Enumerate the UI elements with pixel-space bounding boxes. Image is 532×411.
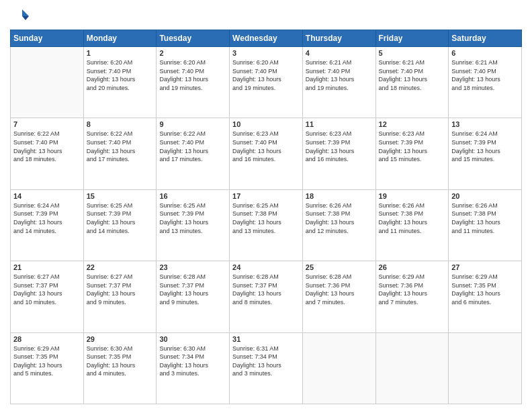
weekday-header-friday: Friday	[375, 30, 449, 47]
day-info: Sunrise: 6:29 AMSunset: 7:36 PMDaylight:…	[379, 273, 446, 306]
day-number: 4	[306, 49, 373, 57]
calendar-cell: 8Sunrise: 6:22 AMSunset: 7:40 PMDaylight…	[83, 118, 157, 189]
weekday-header-saturday: Saturday	[449, 30, 522, 47]
day-number: 10	[232, 120, 300, 128]
weekday-header-tuesday: Tuesday	[157, 30, 230, 47]
day-info: Sunrise: 6:22 AMSunset: 7:40 PMDaylight:…	[13, 130, 81, 163]
weekday-header-row: SundayMondayTuesdayWednesdayThursdayFrid…	[11, 30, 522, 47]
day-info: Sunrise: 6:23 AMSunset: 7:39 PMDaylight:…	[306, 130, 373, 163]
calendar-cell: 1Sunrise: 6:20 AMSunset: 7:40 PMDaylight…	[83, 47, 157, 118]
calendar-cell: 29Sunrise: 6:30 AMSunset: 7:35 PMDayligh…	[83, 332, 157, 404]
day-info: Sunrise: 6:24 AMSunset: 7:39 PMDaylight:…	[13, 201, 81, 235]
calendar-cell	[11, 47, 84, 118]
weekday-header-wednesday: Wednesday	[230, 30, 303, 47]
calendar-cell	[449, 332, 522, 404]
day-number: 9	[159, 120, 226, 128]
day-info: Sunrise: 6:21 AMSunset: 7:40 PMDaylight:…	[451, 58, 519, 92]
week-row-3: 21Sunrise: 6:27 AMSunset: 7:37 PMDayligh…	[11, 261, 522, 332]
calendar-table: SundayMondayTuesdayWednesdayThursdayFrid…	[10, 30, 522, 404]
week-row-2: 14Sunrise: 6:24 AMSunset: 7:39 PMDayligh…	[11, 189, 522, 261]
calendar-cell: 17Sunrise: 6:25 AMSunset: 7:38 PMDayligh…	[230, 189, 303, 261]
weekday-header-sunday: Sunday	[11, 30, 84, 47]
calendar-cell: 9Sunrise: 6:22 AMSunset: 7:40 PMDaylight…	[157, 118, 230, 189]
calendar-cell: 22Sunrise: 6:27 AMSunset: 7:37 PMDayligh…	[83, 261, 157, 332]
day-number: 13	[451, 120, 519, 128]
svg-marker-0	[22, 9, 29, 16]
calendar-cell: 16Sunrise: 6:25 AMSunset: 7:39 PMDayligh…	[157, 189, 230, 261]
day-number: 6	[451, 49, 519, 57]
day-info: Sunrise: 6:25 AMSunset: 7:39 PMDaylight:…	[159, 201, 226, 235]
page: SundayMondayTuesdayWednesdayThursdayFrid…	[0, 0, 532, 411]
calendar-cell: 24Sunrise: 6:28 AMSunset: 7:37 PMDayligh…	[230, 261, 303, 332]
day-number: 15	[87, 192, 154, 200]
logo-icon	[10, 7, 29, 26]
calendar-cell: 7Sunrise: 6:22 AMSunset: 7:40 PMDaylight…	[11, 118, 84, 189]
day-info: Sunrise: 6:21 AMSunset: 7:40 PMDaylight:…	[379, 58, 446, 92]
calendar-cell: 12Sunrise: 6:23 AMSunset: 7:39 PMDayligh…	[375, 118, 449, 189]
day-number: 19	[379, 192, 446, 200]
day-info: Sunrise: 6:29 AMSunset: 7:35 PMDaylight:…	[451, 273, 519, 306]
day-info: Sunrise: 6:29 AMSunset: 7:35 PMDaylight:…	[13, 345, 81, 378]
day-number: 21	[13, 263, 81, 271]
calendar-cell: 18Sunrise: 6:26 AMSunset: 7:38 PMDayligh…	[302, 189, 375, 261]
day-number: 29	[87, 335, 154, 343]
calendar-cell: 11Sunrise: 6:23 AMSunset: 7:39 PMDayligh…	[302, 118, 375, 189]
week-row-4: 28Sunrise: 6:29 AMSunset: 7:35 PMDayligh…	[11, 332, 522, 404]
day-number: 22	[87, 263, 154, 271]
calendar-cell: 25Sunrise: 6:28 AMSunset: 7:36 PMDayligh…	[302, 261, 375, 332]
calendar-cell: 28Sunrise: 6:29 AMSunset: 7:35 PMDayligh…	[11, 332, 84, 404]
day-info: Sunrise: 6:28 AMSunset: 7:37 PMDaylight:…	[232, 273, 300, 306]
day-number: 18	[306, 192, 373, 200]
calendar-cell: 10Sunrise: 6:23 AMSunset: 7:40 PMDayligh…	[230, 118, 303, 189]
header	[10, 7, 522, 26]
day-info: Sunrise: 6:30 AMSunset: 7:35 PMDaylight:…	[87, 345, 154, 378]
logo	[10, 7, 32, 26]
day-number: 30	[159, 335, 226, 343]
day-number: 28	[13, 335, 81, 343]
day-number: 2	[159, 49, 226, 57]
day-info: Sunrise: 6:20 AMSunset: 7:40 PMDaylight:…	[232, 58, 300, 92]
day-info: Sunrise: 6:31 AMSunset: 7:34 PMDaylight:…	[232, 345, 300, 378]
day-info: Sunrise: 6:23 AMSunset: 7:39 PMDaylight:…	[379, 130, 446, 163]
day-number: 27	[451, 263, 519, 271]
calendar-cell: 23Sunrise: 6:28 AMSunset: 7:37 PMDayligh…	[157, 261, 230, 332]
calendar-cell: 6Sunrise: 6:21 AMSunset: 7:40 PMDaylight…	[449, 47, 522, 118]
weekday-header-thursday: Thursday	[302, 30, 375, 47]
calendar-cell: 4Sunrise: 6:21 AMSunset: 7:40 PMDaylight…	[302, 47, 375, 118]
day-number: 25	[306, 263, 373, 271]
day-number: 1	[87, 49, 154, 57]
day-number: 7	[13, 120, 81, 128]
calendar-cell: 2Sunrise: 6:20 AMSunset: 7:40 PMDaylight…	[157, 47, 230, 118]
calendar-cell: 5Sunrise: 6:21 AMSunset: 7:40 PMDaylight…	[375, 47, 449, 118]
day-info: Sunrise: 6:22 AMSunset: 7:40 PMDaylight:…	[87, 130, 154, 163]
day-info: Sunrise: 6:28 AMSunset: 7:37 PMDaylight:…	[159, 273, 226, 306]
day-info: Sunrise: 6:26 AMSunset: 7:38 PMDaylight:…	[306, 201, 373, 235]
week-row-1: 7Sunrise: 6:22 AMSunset: 7:40 PMDaylight…	[11, 118, 522, 189]
day-info: Sunrise: 6:21 AMSunset: 7:40 PMDaylight:…	[306, 58, 373, 92]
calendar-cell: 26Sunrise: 6:29 AMSunset: 7:36 PMDayligh…	[375, 261, 449, 332]
weekday-header-monday: Monday	[83, 30, 157, 47]
day-number: 14	[13, 192, 81, 200]
week-row-0: 1Sunrise: 6:20 AMSunset: 7:40 PMDaylight…	[11, 47, 522, 118]
day-info: Sunrise: 6:26 AMSunset: 7:38 PMDaylight:…	[451, 201, 519, 235]
day-info: Sunrise: 6:27 AMSunset: 7:37 PMDaylight:…	[87, 273, 154, 306]
day-info: Sunrise: 6:28 AMSunset: 7:36 PMDaylight:…	[306, 273, 373, 306]
calendar-cell: 3Sunrise: 6:20 AMSunset: 7:40 PMDaylight…	[230, 47, 303, 118]
day-number: 3	[232, 49, 300, 57]
day-info: Sunrise: 6:30 AMSunset: 7:34 PMDaylight:…	[159, 345, 226, 378]
day-number: 5	[379, 49, 446, 57]
day-info: Sunrise: 6:22 AMSunset: 7:40 PMDaylight:…	[159, 130, 226, 163]
calendar-cell: 20Sunrise: 6:26 AMSunset: 7:38 PMDayligh…	[449, 189, 522, 261]
day-number: 12	[379, 120, 446, 128]
calendar-cell: 14Sunrise: 6:24 AMSunset: 7:39 PMDayligh…	[11, 189, 84, 261]
day-number: 8	[87, 120, 154, 128]
day-info: Sunrise: 6:27 AMSunset: 7:37 PMDaylight:…	[13, 273, 81, 306]
calendar-cell: 31Sunrise: 6:31 AMSunset: 7:34 PMDayligh…	[230, 332, 303, 404]
calendar-cell: 30Sunrise: 6:30 AMSunset: 7:34 PMDayligh…	[157, 332, 230, 404]
day-info: Sunrise: 6:25 AMSunset: 7:39 PMDaylight:…	[87, 201, 154, 235]
day-number: 16	[159, 192, 226, 200]
day-number: 31	[232, 335, 300, 343]
day-number: 20	[451, 192, 519, 200]
calendar-cell: 15Sunrise: 6:25 AMSunset: 7:39 PMDayligh…	[83, 189, 157, 261]
day-number: 26	[379, 263, 446, 271]
